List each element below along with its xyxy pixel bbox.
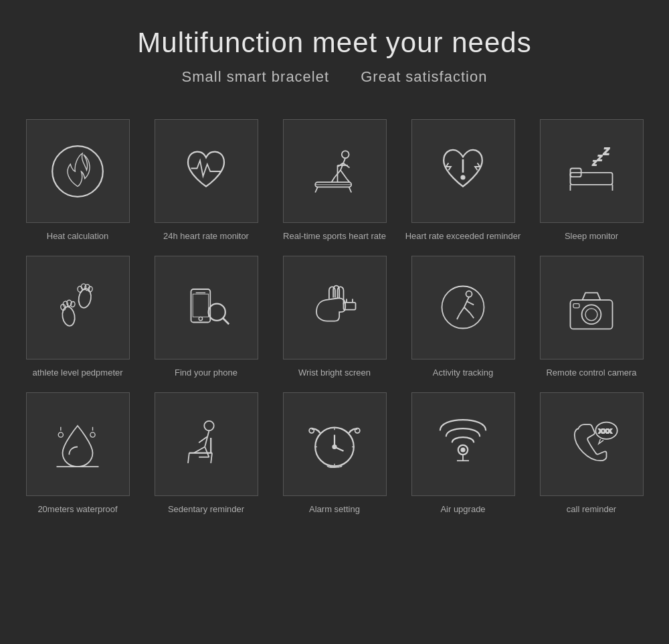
icon-box-sleep: z z z — [540, 119, 644, 223]
svg-point-68 — [461, 449, 464, 452]
svg-point-43 — [442, 287, 484, 329]
svg-line-55 — [188, 453, 189, 463]
call-icon: XXX — [561, 414, 622, 474]
svg-point-50 — [90, 432, 95, 437]
label-call: call reminder — [567, 504, 616, 515]
label-alarm: Alarm setting — [309, 504, 360, 515]
svg-rect-17 — [571, 172, 613, 184]
svg-point-1 — [342, 151, 349, 158]
sub-title-right: Great satisfaction — [361, 68, 487, 85]
alarm-icon — [304, 414, 365, 474]
icon-box-heart-rate — [155, 119, 258, 223]
svg-point-44 — [466, 291, 472, 297]
label-air-upgrade: Air upgrade — [440, 504, 485, 515]
page-container: Multifunction meet your needs Small smar… — [0, 0, 669, 644]
sedentary-icon — [176, 414, 236, 474]
svg-line-5 — [341, 170, 347, 179]
wrist-screen-icon — [304, 277, 365, 337]
icon-box-flame — [26, 119, 130, 223]
feature-pedometer: athlete level pedpmeter — [13, 249, 142, 386]
svg-text:z: z — [597, 151, 603, 162]
svg-point-36 — [199, 317, 202, 321]
label-sleep: Sleep monitor — [565, 231, 618, 242]
svg-point-28 — [70, 301, 76, 307]
waterproof-icon — [47, 414, 108, 474]
icon-box-activity — [411, 256, 515, 359]
feature-heart-alert: Heart rate exceeded reminder — [399, 112, 527, 249]
flame-icon — [47, 141, 108, 202]
label-pedometer: athlete level pedpmeter — [32, 368, 122, 379]
icon-box-heart-alert — [411, 119, 515, 223]
svg-point-16 — [461, 175, 464, 179]
label-sedentary: Sedentary reminder — [168, 504, 244, 515]
icon-box-treadmill — [283, 119, 387, 223]
feature-air-upgrade: Air upgrade — [399, 386, 527, 522]
svg-point-29 — [77, 288, 92, 309]
treadmill-icon — [304, 141, 365, 202]
icon-box-alarm — [283, 392, 387, 496]
icon-box-call: XXX — [540, 392, 644, 496]
activity-icon — [433, 277, 493, 337]
svg-line-12 — [349, 187, 352, 192]
feature-wrist-screen: Wrist bright screen — [270, 249, 399, 386]
icon-box-find-phone — [155, 256, 258, 359]
svg-point-62 — [332, 445, 336, 449]
feature-sedentary: Sedentary reminder — [142, 386, 270, 522]
feature-activity: Activity tracking — [399, 249, 527, 386]
camera-icon — [561, 277, 622, 337]
icon-box-air-upgrade — [411, 392, 515, 496]
sub-title-left: Small smart bracelet — [182, 68, 330, 85]
feature-waterproof: 20meters waterproof — [13, 386, 142, 522]
feature-call: XXX call reminder — [527, 386, 656, 522]
svg-line-8 — [332, 177, 335, 182]
find-phone-icon — [176, 277, 236, 337]
svg-rect-48 — [573, 304, 579, 308]
svg-text:z: z — [592, 158, 597, 167]
svg-point-52 — [204, 421, 213, 430]
svg-point-24 — [61, 306, 76, 327]
feature-alarm: Alarm setting — [270, 386, 399, 522]
label-heart-rate: 24h heart rate monitor — [163, 231, 249, 242]
feature-sports-heart: Real-time sports heart rate — [270, 112, 399, 249]
label-camera: Remote control camera — [546, 368, 636, 379]
svg-line-56 — [211, 453, 212, 463]
footprint-icon — [47, 277, 108, 337]
label-find-phone: Find your phone — [175, 368, 237, 379]
main-title: Multifunction meet your needs — [137, 27, 531, 59]
air-upgrade-icon — [433, 414, 493, 474]
label-waterproof: 20meters waterproof — [37, 504, 117, 515]
features-row-1: Heat calculation 24h heart rate monitor — [13, 112, 656, 249]
feature-heat-calculation: Heat calculation — [13, 112, 142, 249]
svg-text:z: z — [603, 143, 610, 157]
feature-find-phone: Find your phone — [142, 249, 270, 386]
feature-camera: Remote control camera — [527, 249, 656, 386]
icon-box-camera — [540, 256, 644, 359]
label-sports-heart: Real-time sports heart rate — [283, 231, 386, 242]
svg-point-47 — [585, 309, 597, 321]
icon-box-wrist-screen — [283, 256, 387, 359]
heart-rate-icon — [176, 141, 236, 202]
features-grid: Heat calculation 24h heart rate monitor — [13, 112, 656, 522]
feature-heart-rate: 24h heart rate monitor — [142, 112, 270, 249]
heart-alert-icon — [433, 141, 493, 202]
label-activity: Activity tracking — [433, 368, 493, 379]
svg-line-39 — [223, 319, 229, 325]
svg-point-49 — [58, 432, 63, 437]
label-wrist-screen: Wrist bright screen — [298, 368, 371, 379]
svg-line-11 — [315, 187, 318, 192]
label-heat-calculation: Heat calculation — [47, 231, 109, 242]
features-row-2: athlete level pedpmeter Fin — [13, 249, 656, 386]
icon-box-footprint — [26, 256, 130, 359]
label-heart-alert: Heart rate exceeded reminder — [405, 231, 521, 242]
feature-sleep: z z z Sleep monitor — [527, 112, 656, 249]
svg-point-46 — [582, 305, 601, 325]
sleep-icon: z z z — [561, 141, 622, 202]
svg-point-0 — [52, 146, 103, 197]
features-row-3: 20meters waterproof — [13, 386, 656, 522]
svg-rect-37 — [193, 295, 208, 317]
svg-text:XXX: XXX — [599, 427, 612, 434]
icon-box-waterproof — [26, 392, 130, 496]
svg-point-38 — [209, 304, 225, 321]
icon-box-sedentary — [155, 392, 258, 496]
sub-title: Small smart bracelet Great satisfaction — [169, 68, 501, 86]
